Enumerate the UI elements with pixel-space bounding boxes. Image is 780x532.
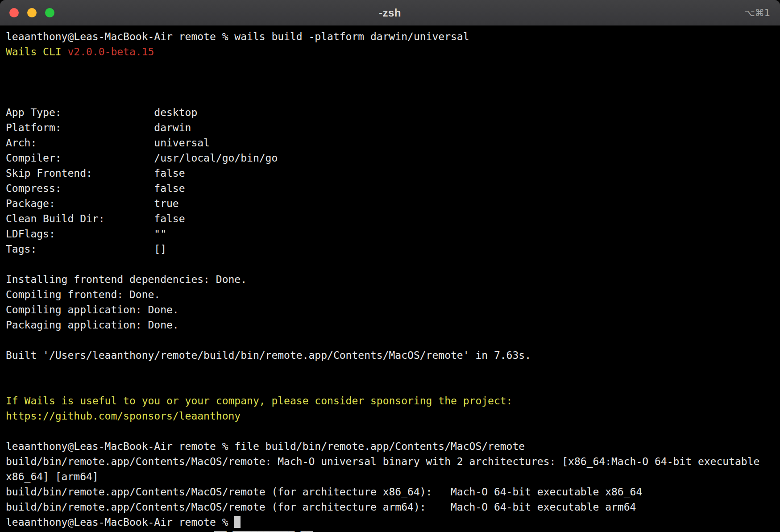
sponsor-url-line: https://github.com/sponsors/leaanthony [6, 408, 775, 424]
wails-cli-version-line: Wails CLI v2.0.0-beta.15 [6, 44, 775, 59]
config-platform: Platform: darwin [6, 120, 775, 135]
prompt-line-file-command: leaanthony@Leas-MacBook-Air remote % fil… [6, 439, 775, 454]
file-output-universal-wrap: x86_64] [arm64] [6, 469, 775, 484]
config-clean-build-dir: Clean Build Dir: false [6, 211, 775, 226]
terminal-blank-line [6, 378, 775, 393]
terminal-text-segment: build/bin/remote.app/Contents/MacOS/remo… [6, 501, 636, 513]
step-packaging-application: Packaging application: Done. [6, 317, 775, 332]
terminal-text-segment: x86_64] [arm64] [6, 471, 99, 482]
window-shortcut-hint: ⌥⌘1 [744, 0, 770, 25]
sponsor-message-line: If Wails is useful to you or your compan… [6, 393, 775, 408]
terminal-text-segment: Skip Frontend: false [6, 167, 185, 179]
window-title: -zsh [0, 7, 780, 19]
config-skip-frontend: Skip Frontend: false [6, 166, 775, 181]
terminal-blank-line [6, 90, 775, 105]
terminal-text-segment: leaanthony@Leas-MacBook-Air remote % wai… [6, 31, 469, 42]
built-result-line: Built '/Users/leaanthony/remote/build/bi… [6, 348, 775, 363]
terminal-blank-line [6, 332, 775, 348]
terminal-text-segment: Compiler: /usr/local/go/bin/go [6, 152, 278, 164]
terminal-text-segment: leaanthony@Leas-MacBook-Air remote % [6, 516, 234, 528]
terminal-blank-line [6, 424, 775, 439]
terminal-text-segment: Packaging application: Done. [6, 319, 179, 331]
terminal-text-segment: Package: true [6, 198, 179, 209]
terminal-text-segment: build/bin/remote.app/Contents/MacOS/remo… [6, 486, 642, 498]
terminal-text-segment: Wails CLI [6, 46, 67, 58]
terminal-text-segment: App Type: desktop [6, 107, 197, 118]
terminal-text-segment: Arch: universal [6, 137, 210, 149]
close-button[interactable] [9, 8, 19, 17]
config-compiler: Compiler: /usr/local/go/bin/go [6, 150, 775, 166]
zoom-button[interactable] [45, 8, 54, 17]
prompt-line-build-command: leaanthony@Leas-MacBook-Air remote % wai… [6, 29, 775, 44]
step-installing-frontend: Installing frontend dependencies: Done. [6, 272, 775, 287]
terminal-blank-line [6, 75, 775, 90]
file-output-arm64-line: build/bin/remote.app/Contents/MacOS/remo… [6, 499, 775, 515]
step-compiling-application: Compiling application: Done. [6, 302, 775, 317]
terminal-text-segment: Compiling application: Done. [6, 304, 179, 316]
titlebar[interactable]: -zsh ⌥⌘1 [0, 0, 780, 26]
terminal-blank-line [6, 257, 775, 272]
terminal-text-segment: leaanthony@Leas-MacBook-Air remote % fil… [6, 441, 525, 452]
config-app-type: App Type: desktop [6, 105, 775, 120]
terminal-text-segment: https://github.com/sponsors/leaanthony [6, 410, 241, 422]
config-ldflags: LDFlags: "" [6, 226, 775, 241]
terminal-text-segment: build/bin/remote.app/Contents/MacOS/remo… [6, 456, 759, 467]
terminal-text-segment: If Wails is useful to you or your compan… [6, 395, 512, 407]
terminal-text-segment: Built '/Users/leaanthony/remote/build/bi… [6, 349, 531, 361]
config-package: Package: true [6, 196, 775, 211]
file-output-x86-line: build/bin/remote.app/Contents/MacOS/remo… [6, 484, 775, 499]
terminal-cursor [234, 516, 241, 528]
traffic-lights [9, 0, 54, 25]
minimize-button[interactable] [27, 8, 37, 17]
config-tags: Tags: [] [6, 241, 775, 257]
terminal-text-segment: v2.0.0-beta.15 [67, 46, 154, 58]
terminal-blank-line [6, 363, 775, 378]
terminal-text-segment: LDFlags: "" [6, 228, 166, 240]
terminal-window: -zsh ⌥⌘1 leaanthony@Leas-MacBook-Air rem… [0, 0, 780, 532]
prompt-line-active: leaanthony@Leas-MacBook-Air remote % [6, 515, 775, 530]
terminal-text-segment: Compress: false [6, 183, 185, 194]
config-arch: Arch: universal [6, 135, 775, 150]
clipped-bottom-line: ██ ██████████ ██ [214, 529, 313, 532]
terminal-blank-line [6, 59, 775, 75]
file-output-universal-line: build/bin/remote.app/Contents/MacOS/remo… [6, 454, 775, 469]
config-compress: Compress: false [6, 181, 775, 196]
step-compiling-frontend: Compiling frontend: Done. [6, 287, 775, 302]
terminal-output[interactable]: leaanthony@Leas-MacBook-Air remote % wai… [0, 26, 780, 532]
terminal-text-segment: Platform: darwin [6, 122, 191, 133]
terminal-text-segment: Clean Build Dir: false [6, 213, 185, 224]
terminal-text-segment: Tags: [] [6, 243, 166, 255]
terminal-text-segment: Installing frontend dependencies: Done. [6, 274, 247, 285]
terminal-text-segment: Compiling frontend: Done. [6, 289, 160, 300]
